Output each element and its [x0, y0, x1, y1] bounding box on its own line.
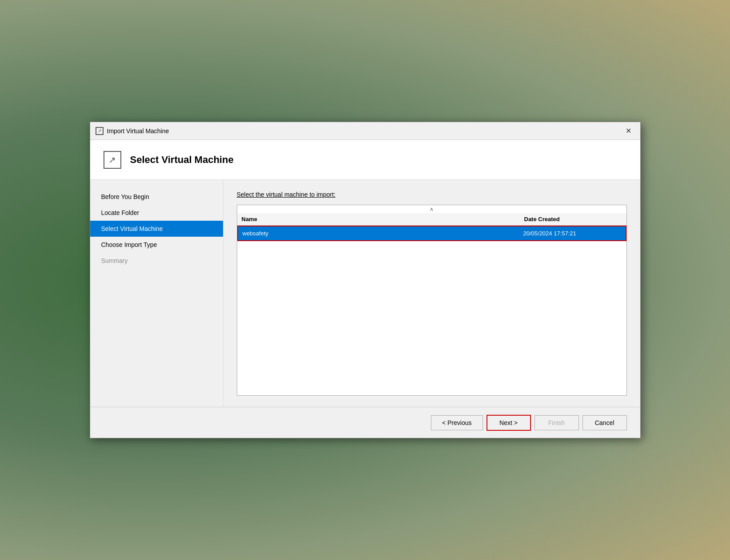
- table-body: websafety 20/05/2024 17:57:21: [237, 226, 626, 395]
- vm-table: ∧ Name Date Created websafety 20/05/2024…: [237, 205, 627, 396]
- main-content: Select the virtual machine to import: ∧ …: [223, 180, 640, 407]
- sidebar-item-choose-import-type[interactable]: Choose Import Type: [90, 237, 223, 253]
- close-button[interactable]: ✕: [622, 125, 635, 137]
- sidebar: Before You Begin Locate Folder Select Vi…: [90, 180, 223, 407]
- column-header-date: Date Created: [524, 216, 622, 222]
- scroll-indicator: ∧: [237, 205, 626, 213]
- row-vm-date: 20/05/2024 17:57:21: [523, 230, 621, 237]
- finish-button: Finish: [535, 415, 579, 430]
- title-bar-icon: ↗: [96, 127, 104, 135]
- content-area: Before You Begin Locate Folder Select Vi…: [90, 180, 640, 407]
- previous-button[interactable]: < Previous: [431, 415, 483, 430]
- footer: < Previous Next > Finish Cancel: [90, 407, 640, 438]
- next-button[interactable]: Next >: [487, 415, 531, 431]
- sidebar-item-locate-folder[interactable]: Locate Folder: [90, 205, 223, 221]
- table-row[interactable]: websafety 20/05/2024 17:57:21: [237, 226, 626, 241]
- cancel-button[interactable]: Cancel: [582, 415, 627, 430]
- title-bar-text: Import Virtual Machine: [107, 127, 622, 135]
- column-header-name: Name: [242, 216, 524, 222]
- row-vm-name: websafety: [243, 230, 523, 237]
- table-header: Name Date Created: [237, 213, 626, 226]
- title-bar: ↗ Import Virtual Machine ✕: [90, 122, 640, 140]
- import-vm-dialog: ↗ Import Virtual Machine ✕ ↗ Select Virt…: [90, 122, 641, 438]
- sidebar-item-before-you-begin[interactable]: Before You Begin: [90, 189, 223, 205]
- sidebar-item-select-virtual-machine[interactable]: Select Virtual Machine: [90, 221, 223, 237]
- sidebar-item-summary: Summary: [90, 253, 223, 269]
- instruction-text: Select the virtual machine to import:: [237, 191, 627, 198]
- header-area: ↗ Select Virtual Machine: [90, 140, 640, 180]
- header-icon: ↗: [104, 151, 121, 169]
- page-title: Select Virtual Machine: [130, 154, 234, 166]
- chevron-up-icon: ∧: [430, 206, 434, 212]
